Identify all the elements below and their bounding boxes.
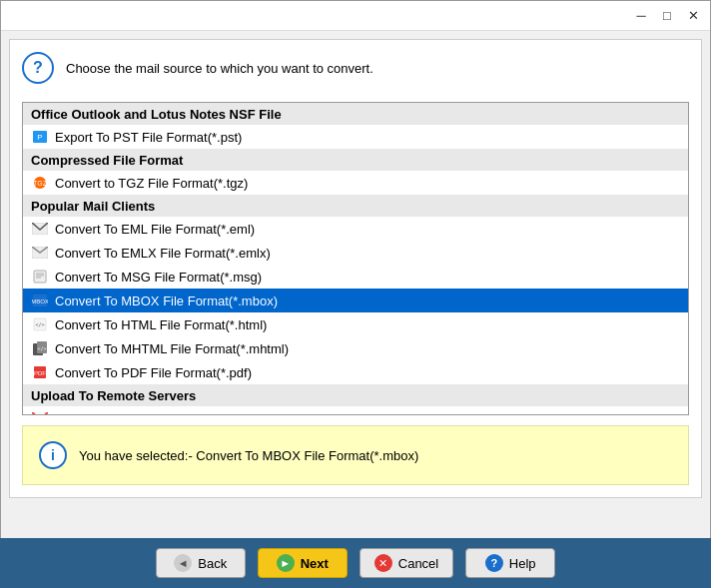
next-button[interactable]: ► Next xyxy=(258,548,348,578)
help-label: Help xyxy=(509,556,536,571)
cancel-label: Cancel xyxy=(398,556,438,571)
cancel-button[interactable]: ✕ Cancel xyxy=(359,548,453,578)
list-section-section-remote: Upload To Remote Servers xyxy=(23,384,688,406)
list-item-label: Convert To MBOX File Format(*.mbox) xyxy=(55,294,278,308)
svg-text:</>: </> xyxy=(35,321,44,327)
list-item-item-gmail[interactable]: Export To Gmail Account xyxy=(23,406,688,414)
list-item-label: Convert To MSG File Format(*.msg) xyxy=(55,270,262,285)
list-item-item-pst[interactable]: P Export To PST File Format(*.pst) xyxy=(23,125,688,149)
list-container: Office Outlook and Lotus Notes NSF File … xyxy=(22,102,689,415)
header-section: ? Choose the mail source to which you wa… xyxy=(22,52,689,92)
mhtml-icon: </> xyxy=(31,340,49,356)
list-item-label: Convert To EMLX File Format(*.emlx) xyxy=(55,246,271,261)
list-item-item-html[interactable]: </> Convert To HTML File Format(*.html) xyxy=(23,312,688,336)
back-button[interactable]: ◄ Back xyxy=(156,548,246,578)
list-item-item-mhtml[interactable]: </> Convert To MHTML File Format(*.mhtml… xyxy=(23,336,688,360)
minimize-button[interactable]: ─ xyxy=(628,5,654,27)
svg-text:MBOX: MBOX xyxy=(32,298,48,304)
gmail-icon xyxy=(31,410,49,414)
next-icon: ► xyxy=(277,554,295,572)
list-item-label: Convert To MHTML File Format(*.mhtml) xyxy=(55,341,289,356)
list-item-item-tgz[interactable]: TGZ Convert to TGZ File Format(*.tgz) xyxy=(23,171,688,195)
list-item-label: Export To PST File Format(*.pst) xyxy=(55,130,242,145)
list-item-label: Convert To PDF File Format(*.pdf) xyxy=(55,365,252,380)
question-icon: ? xyxy=(22,52,54,84)
list-item-item-msg[interactable]: Convert To MSG File Format(*.msg) xyxy=(23,265,688,289)
list-section-section-compressed: Compressed File Format xyxy=(23,149,688,171)
title-bar: ─ □ ✕ xyxy=(1,1,710,31)
svg-text:P: P xyxy=(37,133,42,142)
next-label: Next xyxy=(301,556,329,571)
close-button[interactable]: ✕ xyxy=(680,5,706,27)
back-label: Back xyxy=(198,556,227,571)
list-item-label: Convert to TGZ File Format(*.tgz) xyxy=(55,176,248,191)
list-item-item-emlx[interactable]: Convert To EMLX File Format(*.emlx) xyxy=(23,241,688,265)
main-content: ? Choose the mail source to which you wa… xyxy=(9,39,702,498)
list-item-item-eml[interactable]: Convert To EML File Format(*.eml) xyxy=(23,217,688,241)
list-item-label: Convert To HTML File Format(*.html) xyxy=(55,317,267,332)
list-item-label: Convert To EML File Format(*.eml) xyxy=(55,222,255,237)
pdf-icon: PDF xyxy=(31,364,49,380)
svg-rect-6 xyxy=(34,271,46,283)
svg-text:TGZ: TGZ xyxy=(33,180,48,187)
help-icon: ? xyxy=(485,554,503,572)
mbox-icon: MBOX xyxy=(31,293,49,308)
list-item-item-mbox[interactable]: MBOX Convert To MBOX File Format(*.mbox) xyxy=(23,289,688,312)
info-message: You have selected:- Convert To MBOX File… xyxy=(79,448,418,463)
eml-icon xyxy=(31,221,49,237)
list-section-section-popular: Popular Mail Clients xyxy=(23,195,688,217)
instruction-text: Choose the mail source to which you want… xyxy=(66,61,373,76)
html-icon: </> xyxy=(31,316,49,332)
tgz-icon: TGZ xyxy=(31,175,49,191)
list-item-label: Export To Gmail Account xyxy=(55,411,197,415)
help-button[interactable]: ? Help xyxy=(465,548,555,578)
cancel-icon: ✕ xyxy=(374,554,392,572)
pst-icon: P xyxy=(31,129,49,145)
info-icon: i xyxy=(39,441,67,469)
back-icon: ◄ xyxy=(174,554,192,572)
list-section-section-outlook-lotus: Office Outlook and Lotus Notes NSF File xyxy=(23,103,688,125)
maximize-button[interactable]: □ xyxy=(654,5,680,27)
bottom-bar: ◄ Back ► Next ✕ Cancel ? Help xyxy=(0,538,711,588)
list-item-item-pdf[interactable]: PDF Convert To PDF File Format(*.pdf) xyxy=(23,360,688,384)
msg-icon xyxy=(31,269,49,285)
list-scroll[interactable]: Office Outlook and Lotus Notes NSF File … xyxy=(23,103,688,414)
info-box: i You have selected:- Convert To MBOX Fi… xyxy=(22,425,689,485)
svg-text:</>: </> xyxy=(37,345,46,351)
emlx-icon xyxy=(31,245,49,261)
svg-text:PDF: PDF xyxy=(34,370,46,376)
